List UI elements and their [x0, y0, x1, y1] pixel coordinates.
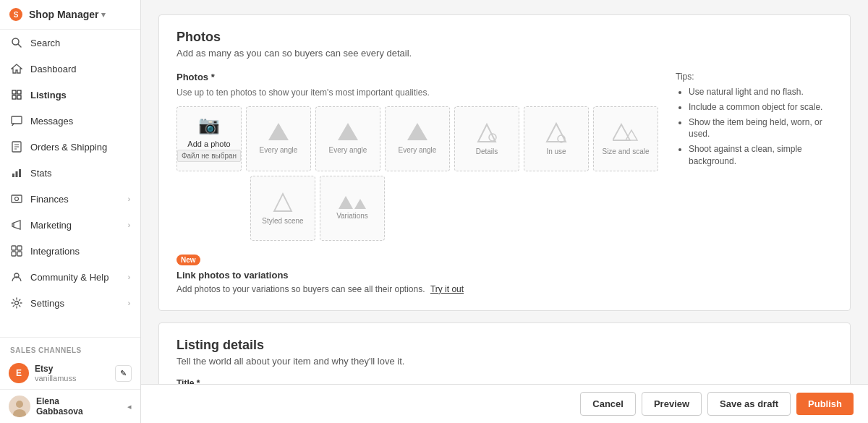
photos-field-desc: Use up to ten photos to show your item's… — [176, 87, 658, 99]
variations-slot[interactable]: Variations — [320, 176, 385, 241]
slot-3-label: Every angle — [399, 146, 437, 154]
svg-point-17 — [15, 197, 19, 201]
try-it-out-link[interactable]: Try it out — [430, 284, 464, 294]
svg-line-3 — [18, 44, 21, 47]
link-photos-desc: Add photos to your variations so buyers … — [176, 283, 833, 296]
photos-section-title: Photos — [176, 30, 833, 45]
file-not-chosen-label: Файл не выбран — [177, 150, 241, 162]
sidebar-item-marketing[interactable]: Marketing › — [0, 212, 140, 238]
photo-slot-6[interactable]: Size and scale — [593, 106, 658, 171]
photo-slot-5[interactable]: In use — [524, 106, 589, 171]
sidebar-item-finances[interactable]: Finances › — [0, 186, 140, 212]
slot-4-label: Details — [476, 148, 498, 155]
community-icon — [10, 270, 23, 283]
etsy-avatar: E — [9, 363, 29, 383]
link-photos-desc-text: Add photos to your variations so buyers … — [176, 284, 425, 294]
photo-slot-2[interactable]: Every angle — [315, 106, 380, 171]
marketing-chevron: › — [128, 221, 130, 229]
add-photo-label: Add a photo — [187, 140, 230, 148]
etsy-account-info: Etsy vanillamuss — [35, 364, 109, 383]
shop-icon: S — [9, 7, 23, 22]
photo-slot-3[interactable]: Every angle — [385, 106, 450, 171]
sidebar-item-marketing-label: Marketing — [30, 220, 72, 231]
sidebar-item-listings[interactable]: Listings — [0, 82, 140, 108]
styled-scene-label: Styled scene — [262, 217, 303, 225]
messages-icon — [10, 114, 23, 127]
link-photos-title: Link photos to variations — [176, 270, 833, 281]
sidebar-item-orders-label: Orders & Shipping — [30, 142, 107, 153]
user-profile[interactable]: Elena Gabbasova ◂ — [0, 389, 140, 423]
variations-icon — [339, 196, 366, 209]
sidebar-item-messages[interactable]: Messages — [0, 108, 140, 134]
sidebar-item-settings[interactable]: Settings › — [0, 290, 140, 316]
photo-grid: 📷 Add a photo Файл не выбран Every angle — [176, 106, 658, 171]
title-field-label: Title * — [176, 378, 833, 384]
home-icon — [10, 62, 23, 75]
slot-6-label: Size and scale — [602, 148, 649, 155]
svg-rect-4 — [12, 90, 16, 94]
user-avatar — [9, 396, 30, 417]
sidebar-item-integrations[interactable]: Integrations — [0, 238, 140, 264]
user-expand-icon[interactable]: ◂ — [127, 402, 132, 411]
etsy-account-item[interactable]: E Etsy vanillamuss ✎ — [0, 357, 140, 389]
preview-button[interactable]: Preview — [642, 392, 702, 416]
svg-rect-21 — [17, 252, 22, 256]
sidebar-item-stats[interactable]: Stats — [0, 160, 140, 186]
svg-text:S: S — [14, 11, 19, 19]
sidebar-item-community-label: Community & Help — [30, 272, 109, 283]
edit-etsy-account-button[interactable]: ✎ — [115, 365, 132, 382]
listings-icon — [10, 88, 23, 101]
svg-rect-20 — [12, 252, 16, 256]
sidebar-item-messages-label: Messages — [30, 116, 73, 127]
cancel-button[interactable]: Cancel — [580, 392, 636, 416]
sidebar-item-search-label: Search — [30, 38, 60, 48]
sidebar-item-finances-label: Finances — [30, 194, 69, 205]
sidebar-bottom: SALES CHANNELS E Etsy vanillamuss ✎ Elen… — [0, 337, 140, 423]
tips-list: Use natural light and no flash. Include … — [676, 86, 833, 168]
stats-icon — [10, 166, 23, 179]
sidebar-item-settings-label: Settings — [30, 298, 64, 309]
search-icon — [10, 36, 23, 49]
angle-triangle-icon — [268, 123, 289, 140]
bottom-bar: Cancel Preview Save as draft Publish — [141, 384, 868, 423]
orders-icon — [10, 140, 23, 153]
user-firstname: Elena — [36, 396, 83, 406]
settings-chevron: › — [128, 299, 130, 307]
main-content: Photos Add as many as you can so buyers … — [141, 0, 868, 423]
sidebar-item-orders[interactable]: Orders & Shipping — [0, 134, 140, 160]
finances-icon — [10, 192, 23, 205]
svg-rect-6 — [12, 95, 16, 99]
styled-scene-slot[interactable]: Styled scene — [250, 176, 315, 241]
tips-column: Tips: Use natural light and no flash. In… — [676, 72, 833, 241]
svg-rect-5 — [17, 90, 21, 94]
svg-rect-8 — [12, 116, 22, 124]
community-chevron: › — [128, 273, 130, 281]
size-scale-icon — [613, 121, 639, 145]
save-draft-button[interactable]: Save as draft — [707, 392, 791, 416]
new-badge: New — [176, 255, 200, 265]
sidebar-item-listings-label: Listings — [30, 90, 67, 101]
photo-slot-1[interactable]: Every angle — [246, 106, 311, 171]
content-area: Photos Add as many as you can so buyers … — [141, 0, 868, 384]
inuse-icon — [545, 121, 568, 145]
link-photos-section: New Link photos to variations Add photos… — [176, 254, 833, 296]
settings-icon — [10, 296, 23, 309]
photos-card: Photos Add as many as you can so buyers … — [158, 14, 851, 311]
tip-1: Use natural light and no flash. — [689, 86, 833, 98]
tip-4: Shoot against a clean, simple background… — [689, 143, 833, 168]
sidebar-item-community[interactable]: Community & Help › — [0, 264, 140, 290]
add-photo-info: 📷 Add a photo Файл не выбран — [177, 115, 241, 162]
angle-triangle-icon-2 — [338, 123, 358, 140]
publish-button[interactable]: Publish — [796, 393, 854, 415]
shop-manager-header[interactable]: S Shop Manager ▾ — [0, 0, 140, 30]
add-photo-slot[interactable]: 📷 Add a photo Файл не выбран — [176, 106, 242, 171]
tip-3: Show the item being held, worn, or used. — [689, 116, 833, 141]
sidebar-item-search[interactable]: Search — [0, 30, 140, 56]
sidebar: S Shop Manager ▾ Search Dashboard Listin… — [0, 0, 141, 423]
photos-left: Photos * Use up to ten photos to show yo… — [176, 72, 658, 241]
sidebar-item-dashboard[interactable]: Dashboard — [0, 56, 140, 82]
photo-slot-4[interactable]: Details — [454, 106, 519, 171]
variations-label: Variations — [336, 212, 368, 220]
tips-title: Tips: — [676, 72, 833, 82]
user-lastname: Gabbasova — [36, 406, 83, 416]
